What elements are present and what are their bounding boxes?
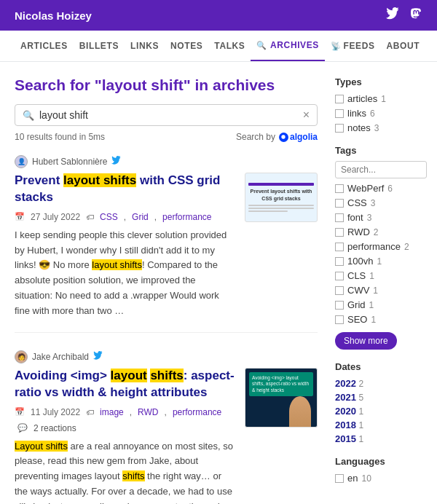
checkbox-rwd[interactable] bbox=[335, 228, 344, 237]
mastodon-header-icon[interactable] bbox=[409, 7, 422, 23]
checkbox-cls[interactable] bbox=[335, 272, 344, 280]
rss-icon: 📡 bbox=[331, 42, 342, 51]
type-articles-count: 1 bbox=[381, 94, 386, 104]
tags-section: Tags WebPerf 6 CSS 3 font 3 RWD 2 bbox=[335, 145, 427, 350]
nav-links[interactable]: LINKS bbox=[125, 31, 165, 60]
twitter-author-icon-2[interactable] bbox=[93, 351, 103, 363]
tag-icon: 🏷 bbox=[86, 213, 94, 221]
lang-en-count: 10 bbox=[361, 473, 371, 484]
filter-webperf[interactable]: WebPerf 6 bbox=[335, 183, 427, 194]
author-avatar: 👤 bbox=[15, 155, 28, 168]
date-2018[interactable]: 2018 1 bbox=[335, 420, 427, 430]
date-2015[interactable]: 2015 1 bbox=[335, 433, 427, 444]
article-text: Prevent layout shifts with CSS grid stac… bbox=[15, 173, 236, 319]
nav-articles[interactable]: ARTICLES bbox=[15, 31, 74, 60]
tag-image[interactable]: image bbox=[100, 407, 124, 417]
filter-links[interactable]: links 6 bbox=[335, 108, 427, 119]
article-author-line: 👤 Hubert Sablonnière bbox=[15, 155, 318, 168]
article-title-2[interactable]: Avoiding <img> layout shifts: aspect-rat… bbox=[15, 368, 236, 401]
highlight-6: shifts bbox=[122, 470, 144, 481]
checkbox-cwv[interactable] bbox=[335, 286, 344, 295]
thumbnail-bar bbox=[248, 183, 314, 186]
article-title[interactable]: Prevent layout shifts with CSS grid stac… bbox=[15, 173, 236, 206]
dates-title: Dates bbox=[335, 361, 427, 372]
article-date-2: 11 July 2022 bbox=[31, 407, 80, 417]
checkbox-100vh[interactable] bbox=[335, 257, 344, 266]
filter-articles[interactable]: articles 1 bbox=[335, 93, 427, 104]
checkbox-lang-en[interactable] bbox=[335, 474, 344, 483]
filter-font[interactable]: font 3 bbox=[335, 212, 427, 223]
tag-font-count: 3 bbox=[367, 213, 372, 223]
tag-cwv-label: CWV bbox=[347, 285, 369, 296]
nav-notes[interactable]: NOTES bbox=[165, 31, 208, 60]
filter-css-tag[interactable]: CSS 3 bbox=[335, 197, 427, 208]
type-links-count: 6 bbox=[370, 109, 375, 119]
checkbox-notes[interactable] bbox=[335, 124, 344, 133]
nav-feeds[interactable]: 📡 FEEDS bbox=[325, 31, 381, 60]
twitter-header-icon[interactable] bbox=[386, 7, 399, 23]
article-body-2: Avoiding <img> layout shifts: aspect-rat… bbox=[15, 368, 318, 504]
tag-rwd[interactable]: RWD bbox=[138, 407, 158, 417]
clear-search-icon[interactable]: × bbox=[303, 109, 310, 121]
tag-css[interactable]: CSS bbox=[100, 212, 118, 222]
date-2022[interactable]: 2022 2 bbox=[335, 378, 427, 389]
article-meta: 📅 27 July 2022 🏷 CSS, Grid, performance bbox=[15, 212, 236, 222]
article-item: 👤 Hubert Sablonnière Prevent layout shif… bbox=[15, 155, 318, 333]
author-avatar-2: 🧑 bbox=[15, 350, 28, 363]
tag-100vh-count: 1 bbox=[377, 256, 382, 267]
article-meta-2: 📅 11 July 2022 🏷 image, RWD, performance… bbox=[15, 407, 236, 433]
thumbnail-lines bbox=[248, 205, 314, 212]
date-icon: 📅 bbox=[15, 212, 25, 221]
search-input[interactable] bbox=[39, 109, 303, 121]
show-more-button[interactable]: Show more bbox=[335, 332, 397, 350]
checkbox-seo[interactable] bbox=[335, 315, 344, 324]
article-text-2: Avoiding <img> layout shifts: aspect-rat… bbox=[15, 368, 236, 504]
tag-cls-count: 1 bbox=[369, 271, 374, 281]
date-2020[interactable]: 2020 1 bbox=[335, 406, 427, 417]
filter-rwd[interactable]: RWD 2 bbox=[335, 227, 427, 237]
checkbox-articles[interactable] bbox=[335, 95, 344, 103]
twitter-author-icon[interactable] bbox=[111, 156, 121, 168]
checkbox-webperf[interactable] bbox=[335, 184, 344, 193]
tag-performance-2[interactable]: performance bbox=[173, 407, 221, 417]
tags-title: Tags bbox=[335, 145, 427, 156]
tag-performance-count: 2 bbox=[404, 242, 409, 252]
tag-css-label: CSS bbox=[347, 197, 367, 208]
tag-performance[interactable]: performance bbox=[162, 212, 211, 222]
filter-cwv[interactable]: CWV 1 bbox=[335, 285, 427, 296]
checkbox-grid[interactable] bbox=[335, 301, 344, 310]
search-nav-icon: 🔍 bbox=[256, 41, 267, 50]
site-name[interactable]: Nicolas Hoizey bbox=[15, 9, 92, 22]
highlight-3: layout bbox=[111, 369, 147, 382]
thumbnail-person bbox=[289, 396, 311, 427]
nav-archives[interactable]: 🔍 ARCHIVES bbox=[251, 31, 324, 61]
checkbox-links[interactable] bbox=[335, 109, 344, 118]
tag-webperf-label: WebPerf bbox=[347, 183, 384, 194]
tag-search-input[interactable] bbox=[335, 161, 427, 178]
filter-100vh[interactable]: 100vh 1 bbox=[335, 256, 427, 267]
nav-talks[interactable]: TALKS bbox=[208, 31, 251, 60]
nav-about[interactable]: ABOUT bbox=[381, 31, 426, 60]
tag-rwd-label: RWD bbox=[347, 227, 370, 237]
date-2020-count: 1 bbox=[359, 406, 364, 417]
reactions-link[interactable]: 2 reactions bbox=[34, 423, 76, 433]
checkbox-performance[interactable] bbox=[335, 243, 344, 251]
tag-grid[interactable]: Grid bbox=[132, 212, 149, 222]
article-body: Prevent layout shifts with CSS grid stac… bbox=[15, 173, 318, 319]
filter-seo[interactable]: SEO 1 bbox=[335, 314, 427, 325]
filter-cls[interactable]: CLS 1 bbox=[335, 270, 427, 281]
checkbox-font[interactable] bbox=[335, 213, 344, 222]
nav-billets[interactable]: BILLETS bbox=[74, 31, 125, 60]
checkbox-css-tag[interactable] bbox=[335, 199, 344, 208]
date-2021[interactable]: 2021 5 bbox=[335, 392, 427, 403]
filter-performance[interactable]: performance 2 bbox=[335, 241, 427, 252]
date-icon-2: 📅 bbox=[15, 407, 25, 417]
date-2022-count: 2 bbox=[359, 379, 364, 389]
highlight-5: Layout shifts bbox=[15, 441, 68, 452]
filter-lang-en[interactable]: en 10 bbox=[335, 473, 427, 484]
filter-notes[interactable]: notes 3 bbox=[335, 122, 427, 133]
tag-webperf-count: 6 bbox=[387, 184, 393, 194]
tag-cwv-count: 1 bbox=[373, 286, 378, 296]
filter-grid[interactable]: Grid 1 bbox=[335, 299, 427, 310]
types-title: Types bbox=[335, 76, 427, 87]
